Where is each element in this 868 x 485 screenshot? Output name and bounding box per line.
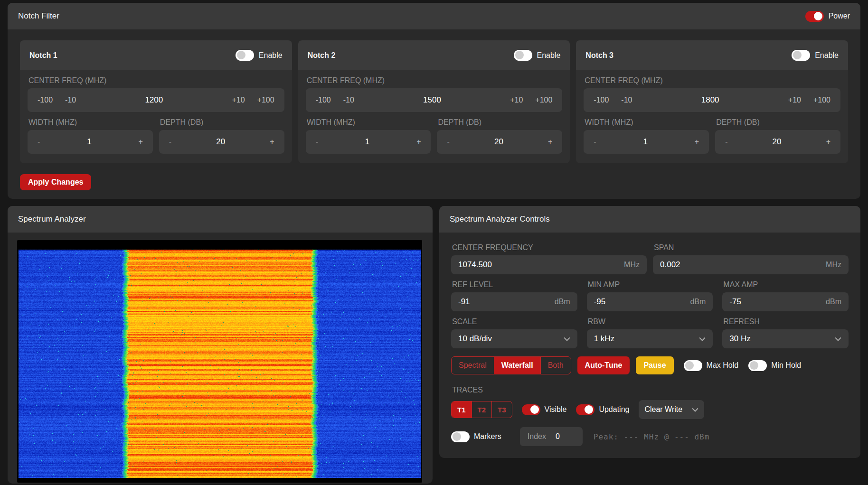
notch-1-enable-toggle[interactable] bbox=[236, 50, 254, 61]
plus-button[interactable]: + bbox=[132, 130, 149, 154]
view-mode-both[interactable]: Both bbox=[540, 357, 571, 374]
min-amp-input[interactable]: -95 dBm bbox=[587, 292, 713, 311]
updating-toggle[interactable] bbox=[576, 404, 594, 415]
notch-1-name: Notch 1 bbox=[29, 51, 57, 60]
view-mode-segmented: Spectral Waterfall Both bbox=[451, 356, 571, 374]
notch-3-center-freq-value[interactable]: 1800 bbox=[638, 95, 782, 105]
minus-100-button[interactable]: -100 bbox=[587, 88, 615, 112]
center-freq-label: CENTER FREQ (MHZ) bbox=[307, 76, 563, 85]
notch-filter-title: Notch Filter bbox=[18, 11, 59, 21]
power-label: Power bbox=[829, 12, 850, 20]
minus-100-button[interactable]: -100 bbox=[31, 88, 59, 112]
notch-2-enable-toggle[interactable] bbox=[514, 50, 532, 61]
minus-button[interactable]: - bbox=[310, 130, 324, 154]
notch-2-depth-value[interactable]: 20 bbox=[456, 137, 542, 147]
markers-toggle[interactable] bbox=[451, 431, 470, 442]
plus-10-button[interactable]: +10 bbox=[504, 88, 529, 112]
scale-value: 10 dB/div bbox=[458, 334, 492, 344]
apply-changes-button[interactable]: Apply Changes bbox=[20, 174, 91, 190]
notch-1-depth-value[interactable]: 20 bbox=[178, 137, 264, 147]
minus-10-button[interactable]: -10 bbox=[337, 88, 360, 112]
minus-button[interactable]: - bbox=[441, 130, 455, 154]
minus-button[interactable]: - bbox=[587, 130, 602, 154]
auto-tune-button[interactable]: Auto-Tune bbox=[577, 356, 630, 374]
power-toggle[interactable] bbox=[805, 11, 824, 22]
minus-10-button[interactable]: -10 bbox=[59, 88, 82, 112]
minus-button[interactable]: - bbox=[31, 130, 46, 154]
refresh-label: REFRESH bbox=[723, 317, 849, 326]
power-control: Power bbox=[805, 11, 850, 22]
trace-tab-t1[interactable]: T1 bbox=[452, 401, 472, 418]
max-hold-label: Max Hold bbox=[707, 361, 739, 370]
plus-100-button[interactable]: +100 bbox=[251, 88, 281, 112]
controls-header: Spectrum Analyzer Controls bbox=[439, 206, 860, 233]
notch-3-depth-value[interactable]: 20 bbox=[734, 137, 820, 147]
minus-100-button[interactable]: -100 bbox=[310, 88, 337, 112]
center-frequency-input[interactable]: 1074.500 MHz bbox=[451, 255, 647, 274]
minus-button[interactable]: - bbox=[719, 130, 734, 154]
trace-tab-t2[interactable]: T2 bbox=[472, 401, 492, 418]
notch-1-center-freq-value[interactable]: 1200 bbox=[82, 95, 226, 105]
trace-tabs: T1 T2 T3 bbox=[451, 401, 512, 418]
toggle-knob bbox=[814, 12, 822, 20]
rbw-select[interactable]: 1 kHz bbox=[587, 329, 713, 348]
app-root: Notch Filter Power Notch 1 Enable bbox=[0, 0, 868, 484]
width-label: WIDTH (MHZ) bbox=[28, 118, 153, 127]
notch-filter-header: Notch Filter Power bbox=[8, 3, 860, 29]
center-frequency-value: 1074.500 bbox=[458, 260, 492, 270]
visible-label: Visible bbox=[545, 405, 567, 414]
notch-2-center-freq-value[interactable]: 1500 bbox=[360, 95, 504, 105]
plus-button[interactable]: + bbox=[264, 130, 280, 154]
plus-button[interactable]: + bbox=[542, 130, 558, 154]
controls-title: Spectrum Analyzer Controls bbox=[450, 215, 550, 224]
scale-label: SCALE bbox=[452, 317, 577, 326]
span-label: SPAN bbox=[654, 243, 849, 252]
max-amp-input[interactable]: -75 dBm bbox=[722, 292, 849, 311]
marker-index-input[interactable]: Index 0 bbox=[520, 427, 583, 446]
scale-select[interactable]: 10 dB/div bbox=[451, 329, 577, 348]
chevron-down-icon bbox=[564, 337, 570, 341]
notch-1-depth-stepper: - 20 + bbox=[159, 130, 284, 154]
depth-label: DEPTH (DB) bbox=[160, 118, 284, 127]
updating-label: Updating bbox=[599, 405, 629, 414]
minus-10-button[interactable]: -10 bbox=[615, 88, 638, 112]
notch-3-enable-toggle[interactable] bbox=[792, 50, 810, 61]
rbw-label: RBW bbox=[588, 317, 713, 326]
toggle-knob bbox=[685, 361, 694, 370]
min-amp-unit: dBm bbox=[690, 298, 706, 306]
toggle-knob bbox=[585, 405, 593, 414]
spectrum-analyzer-panel: Spectrum Analyzer bbox=[8, 206, 433, 484]
toggle-knob bbox=[750, 361, 758, 370]
min-hold-toggle[interactable] bbox=[748, 360, 767, 371]
minus-button[interactable]: - bbox=[163, 130, 178, 154]
plus-100-button[interactable]: +100 bbox=[529, 88, 558, 112]
span-input[interactable]: 0.002 MHz bbox=[653, 255, 849, 274]
max-amp-unit: dBm bbox=[826, 298, 841, 306]
center-freq-label: CENTER FREQ (MHZ) bbox=[28, 76, 284, 85]
center-frequency-unit: MHz bbox=[624, 261, 640, 269]
notch-2-width-value[interactable]: 1 bbox=[324, 137, 410, 147]
plus-button[interactable]: + bbox=[689, 130, 705, 154]
index-value: 0 bbox=[556, 432, 560, 441]
notch-1-width-value[interactable]: 1 bbox=[46, 137, 132, 147]
notch-3-name: Notch 3 bbox=[585, 51, 613, 60]
ref-level-input[interactable]: -91 dBm bbox=[451, 292, 577, 311]
plus-10-button[interactable]: +10 bbox=[226, 88, 251, 112]
plus-10-button[interactable]: +10 bbox=[782, 88, 807, 112]
trace-tab-t3[interactable]: T3 bbox=[491, 401, 512, 418]
notch-3-width-value[interactable]: 1 bbox=[603, 137, 689, 147]
spectrum-analyzer-controls-panel: Spectrum Analyzer Controls CENTER FREQUE… bbox=[439, 206, 860, 458]
plus-100-button[interactable]: +100 bbox=[807, 88, 837, 112]
visible-toggle[interactable] bbox=[522, 404, 540, 415]
notch-2-depth-stepper: - 20 + bbox=[437, 130, 562, 154]
plus-button[interactable]: + bbox=[410, 130, 427, 154]
max-hold-toggle[interactable] bbox=[684, 360, 702, 371]
chevron-down-icon bbox=[699, 337, 706, 341]
refresh-select[interactable]: 30 Hz bbox=[722, 329, 849, 348]
pause-button[interactable]: Pause bbox=[636, 356, 673, 374]
view-mode-waterfall[interactable]: Waterfall bbox=[494, 357, 540, 374]
index-label: Index bbox=[528, 432, 546, 441]
plus-button[interactable]: + bbox=[820, 130, 837, 154]
trace-mode-select[interactable]: Clear Write bbox=[639, 400, 704, 419]
view-mode-spectral[interactable]: Spectral bbox=[452, 357, 494, 374]
